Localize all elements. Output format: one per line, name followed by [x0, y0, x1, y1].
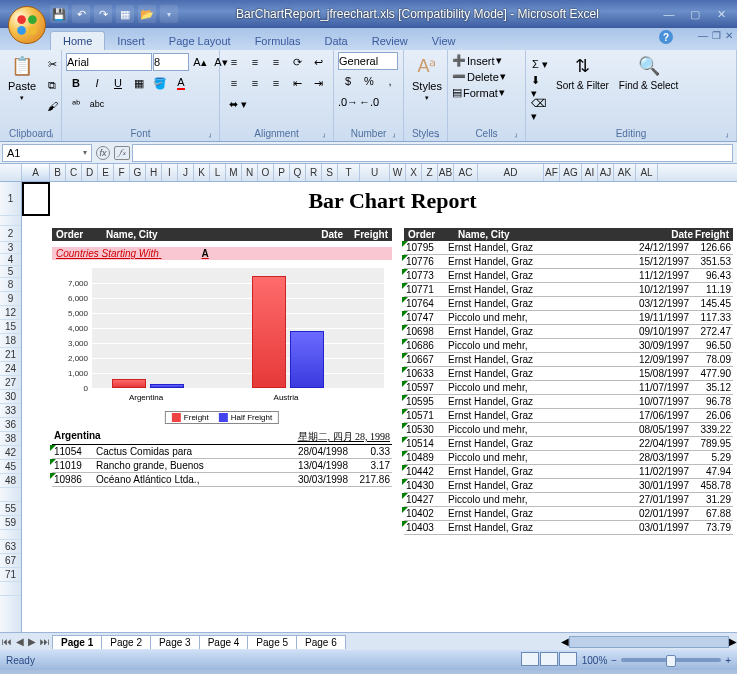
col-AC[interactable]: AC — [454, 164, 478, 181]
number-format-combo[interactable] — [338, 52, 398, 70]
col-T[interactable]: T — [338, 164, 360, 181]
sort-filter-button[interactable]: ⇅Sort & Filter — [552, 52, 613, 93]
currency-icon[interactable]: $ — [338, 71, 358, 91]
hscroll-left-icon[interactable]: ◀ — [561, 636, 569, 647]
col-J[interactable]: J — [178, 164, 194, 181]
indent-inc-icon[interactable]: ⇥ — [308, 73, 328, 93]
merge-center-icon[interactable]: ⬌ ▾ — [224, 94, 252, 114]
tab-formulas[interactable]: Formulas — [243, 32, 313, 50]
row-[interactable] — [0, 530, 21, 540]
sheet-tab[interactable]: Page 2 — [101, 635, 151, 649]
phonetic-icon[interactable]: ᵃᵇ — [66, 94, 86, 114]
insert-cells-button[interactable]: ➕Insert ▾ — [452, 54, 502, 67]
grow-font-icon[interactable]: A▴ — [190, 52, 210, 72]
font-name-combo[interactable] — [66, 53, 152, 71]
cut-icon[interactable]: ✂ — [42, 54, 62, 74]
office-button[interactable] — [8, 6, 46, 44]
col-AK[interactable]: AK — [614, 164, 636, 181]
row-21[interactable]: 21 — [0, 348, 21, 362]
align-left-icon[interactable]: ≡ — [224, 73, 244, 93]
row-42[interactable]: 42 — [0, 446, 21, 460]
zoom-in-button[interactable]: + — [725, 655, 731, 666]
align-center-icon[interactable]: ≡ — [245, 73, 265, 93]
column-headers[interactable]: ABCDEFGHIJKLMNOPQRSTUWXZABACADAFAGAIAJAK… — [0, 164, 737, 182]
copy-icon[interactable]: ⧉ — [42, 75, 62, 95]
row-18[interactable]: 18 — [0, 334, 21, 348]
undo-icon[interactable]: ↶ — [72, 5, 90, 23]
row-[interactable] — [0, 582, 21, 596]
clear-icon[interactable]: ⌫ ▾ — [530, 100, 550, 120]
open-icon[interactable]: 📂 — [138, 5, 156, 23]
close-button[interactable]: ✕ — [709, 6, 733, 22]
col-B[interactable]: B — [50, 164, 66, 181]
row-8[interactable]: 8 — [0, 278, 21, 292]
fill-icon[interactable]: ⬇ ▾ — [530, 77, 550, 97]
align-top-icon[interactable]: ≡ — [224, 52, 244, 72]
tab-home[interactable]: Home — [50, 31, 105, 50]
formula-input[interactable] — [132, 144, 733, 162]
tab-page-layout[interactable]: Page Layout — [157, 32, 243, 50]
orientation-icon[interactable]: ⟳ — [287, 52, 307, 72]
row-15[interactable]: 15 — [0, 320, 21, 334]
font-color-icon[interactable]: A — [171, 73, 191, 93]
col-A[interactable]: A — [22, 164, 50, 181]
autosum-icon[interactable]: Σ ▾ — [530, 54, 550, 74]
align-mid-icon[interactable]: ≡ — [245, 52, 265, 72]
col-F[interactable]: F — [114, 164, 130, 181]
tab-last-icon[interactable]: ⏭ — [38, 636, 52, 647]
dec-inc-icon[interactable]: .0→ — [338, 92, 358, 112]
col-AG[interactable]: AG — [560, 164, 582, 181]
col-U[interactable]: U — [360, 164, 390, 181]
row-71[interactable]: 71 — [0, 568, 21, 582]
col-AF[interactable]: AF — [544, 164, 560, 181]
sheet-tab[interactable]: Page 6 — [296, 635, 346, 649]
row-48[interactable]: 48 — [0, 474, 21, 488]
minimize-button[interactable]: — — [657, 6, 681, 22]
phonetic2-icon[interactable]: abc — [87, 94, 107, 114]
format-cells-button[interactable]: ▤Format ▾ — [452, 86, 505, 99]
row-[interactable] — [0, 216, 21, 226]
col-X[interactable]: X — [406, 164, 422, 181]
find-select-button[interactable]: 🔍Find & Select — [615, 52, 682, 93]
col-AL[interactable]: AL — [636, 164, 658, 181]
sheet-tab[interactable]: Page 4 — [199, 635, 249, 649]
row-33[interactable]: 33 — [0, 404, 21, 418]
name-box[interactable]: A1 — [2, 144, 92, 162]
wb-close-button[interactable]: ✕ — [725, 30, 733, 41]
row-67[interactable]: 67 — [0, 554, 21, 568]
col-K[interactable]: K — [194, 164, 210, 181]
redo-icon[interactable]: ↷ — [94, 5, 112, 23]
wb-minimize-button[interactable]: — — [698, 30, 708, 41]
paste-button[interactable]: 📋 Paste ▾ — [4, 52, 40, 104]
select-all-button[interactable] — [0, 164, 22, 181]
wb-restore-button[interactable]: ❐ — [712, 30, 721, 41]
view-buttons[interactable] — [521, 652, 578, 668]
row-headers[interactable]: 1234589121518212427303336384245485559636… — [0, 182, 22, 632]
row-63[interactable]: 63 — [0, 540, 21, 554]
col-Q[interactable]: Q — [290, 164, 306, 181]
underline-button[interactable]: U — [108, 73, 128, 93]
font-size-combo[interactable] — [153, 53, 189, 71]
align-bot-icon[interactable]: ≡ — [266, 52, 286, 72]
col-N[interactable]: N — [242, 164, 258, 181]
indent-dec-icon[interactable]: ⇤ — [287, 73, 307, 93]
col-G[interactable]: G — [130, 164, 146, 181]
col-M[interactable]: M — [226, 164, 242, 181]
row-27[interactable]: 27 — [0, 376, 21, 390]
col-I[interactable]: I — [162, 164, 178, 181]
tab-review[interactable]: Review — [360, 32, 420, 50]
align-right-icon[interactable]: ≡ — [266, 73, 286, 93]
row-36[interactable]: 36 — [0, 418, 21, 432]
col-C[interactable]: C — [66, 164, 82, 181]
horizontal-scrollbar[interactable] — [569, 636, 729, 648]
styles-button[interactable]: AᵃStyles▾ — [408, 52, 446, 104]
col-L[interactable]: L — [210, 164, 226, 181]
new-icon[interactable]: ▦ — [116, 5, 134, 23]
format-painter-icon[interactable]: 🖌 — [42, 96, 62, 116]
row-55[interactable]: 55 — [0, 502, 21, 516]
worksheet[interactable]: Bar Chart Report Order Name, City Date F… — [22, 182, 737, 632]
col-H[interactable]: H — [146, 164, 162, 181]
row-1[interactable]: 1 — [0, 182, 21, 216]
col-W[interactable]: W — [390, 164, 406, 181]
save-icon[interactable]: 💾 — [50, 5, 68, 23]
